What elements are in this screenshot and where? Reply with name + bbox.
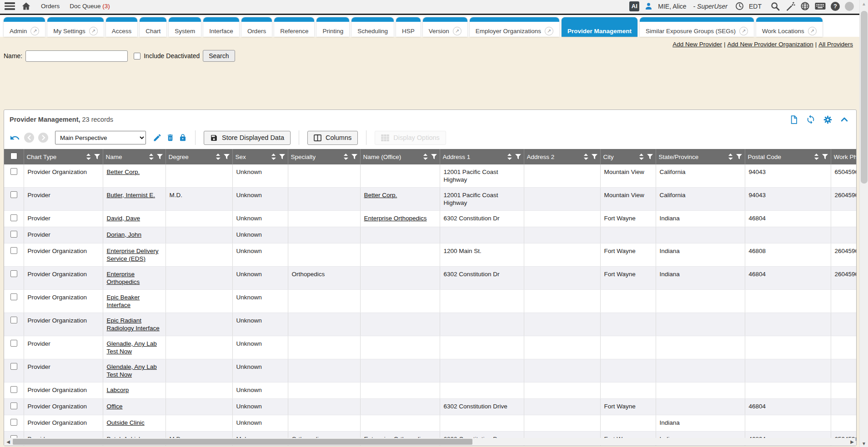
- link-add-new-provider-organization[interactable]: Add New Provider Organization: [728, 41, 813, 48]
- wand-icon[interactable]: [785, 1, 795, 11]
- name-link[interactable]: Enterprise Orthopedics: [107, 271, 140, 285]
- filter-funnel-icon[interactable]: [351, 154, 357, 159]
- undo-icon[interactable]: [10, 133, 20, 143]
- sort-icon[interactable]: [583, 154, 588, 160]
- column-header-name-office[interactable]: Name (Office): [360, 149, 440, 164]
- nav-orders[interactable]: Orders: [41, 3, 60, 10]
- sort-icon[interactable]: [86, 154, 91, 160]
- store-displayed-data-button[interactable]: Store Displayed Data: [204, 131, 291, 145]
- row-checkbox[interactable]: [10, 419, 17, 426]
- lock-icon[interactable]: [179, 133, 187, 142]
- column-header-city[interactable]: City: [600, 149, 656, 164]
- home-icon[interactable]: [21, 1, 31, 11]
- name-input[interactable]: [25, 50, 128, 62]
- name-link[interactable]: Office: [107, 403, 123, 410]
- perspective-select[interactable]: Main Perspective: [55, 131, 146, 144]
- name-link[interactable]: Better Corp.: [107, 169, 140, 175]
- filter-funnel-icon[interactable]: [647, 154, 653, 159]
- row-checkbox[interactable]: [10, 293, 17, 300]
- name-link[interactable]: David, Dave: [107, 215, 140, 222]
- sort-icon[interactable]: [507, 154, 512, 160]
- row-checkbox[interactable]: [10, 168, 17, 175]
- column-header-address-1[interactable]: Address 1: [440, 149, 524, 164]
- tab-system[interactable]: System: [169, 17, 201, 37]
- collapse-panel-icon[interactable]: [840, 115, 849, 124]
- filter-funnel-icon[interactable]: [157, 154, 163, 159]
- sort-icon[interactable]: [423, 154, 428, 160]
- link-all-providers[interactable]: All Providers: [818, 41, 853, 48]
- sort-icon[interactable]: [639, 154, 644, 160]
- select-all-checkbox[interactable]: [10, 153, 17, 159]
- row-checkbox[interactable]: [10, 317, 17, 323]
- row-checkbox[interactable]: [10, 402, 17, 409]
- filter-funnel-icon[interactable]: [224, 154, 230, 159]
- search-button[interactable]: Search: [203, 50, 235, 62]
- column-header-chart-type[interactable]: Chart Type: [24, 149, 103, 164]
- tab-printing[interactable]: Printing: [316, 17, 349, 37]
- sort-icon[interactable]: [271, 154, 276, 160]
- scroll-down-icon[interactable]: ▼: [860, 441, 868, 446]
- nav-doc-queue[interactable]: Doc Queue (3): [70, 3, 110, 10]
- row-checkbox[interactable]: [10, 247, 17, 254]
- name-link[interactable]: Butler, Internist E.: [107, 192, 156, 199]
- row-checkbox[interactable]: [10, 191, 17, 198]
- filter-funnel-icon[interactable]: [822, 154, 828, 159]
- office-link[interactable]: Enterprise Orthopedics: [364, 215, 427, 222]
- column-header-specialty[interactable]: Specialty: [288, 149, 360, 164]
- ai-badge[interactable]: AI: [629, 1, 639, 11]
- filter-funnel-icon[interactable]: [736, 154, 742, 159]
- globe-icon[interactable]: [800, 1, 810, 11]
- tab-scheduling[interactable]: Scheduling: [351, 17, 394, 37]
- tab-provider-management[interactable]: Provider Management: [562, 17, 637, 37]
- column-header-address-2[interactable]: Address 2: [524, 149, 600, 164]
- pencil-icon[interactable]: [153, 133, 162, 142]
- avatar-icon[interactable]: [845, 2, 854, 11]
- row-checkbox[interactable]: [10, 214, 17, 221]
- row-checkbox[interactable]: [10, 340, 17, 347]
- scroll-up-icon[interactable]: ▲: [860, 1, 868, 6]
- filter-funnel-icon[interactable]: [592, 154, 597, 159]
- row-checkbox[interactable]: [10, 363, 17, 370]
- sort-icon[interactable]: [149, 154, 154, 160]
- user-name[interactable]: MIE, Alice: [658, 3, 686, 10]
- gear-icon[interactable]: [823, 115, 833, 124]
- column-header-postal-code[interactable]: Postal Code: [745, 149, 831, 164]
- tab-access[interactable]: Access: [106, 17, 138, 37]
- name-link[interactable]: Epic Beaker Interface: [107, 294, 140, 308]
- scroll-left-icon[interactable]: ◀: [5, 438, 12, 445]
- vertical-scroll-thumb[interactable]: [861, 11, 868, 184]
- name-link[interactable]: Enterprise Delivery Service (EDS): [107, 248, 159, 262]
- sort-icon[interactable]: [728, 154, 733, 160]
- tab-employer-organizations[interactable]: Employer Organizations↗: [470, 17, 559, 37]
- tab-interface[interactable]: Interface: [203, 17, 239, 37]
- name-link[interactable]: Epic Radiant Radiology Interface: [107, 317, 160, 332]
- tab-my-settings[interactable]: My Settings↗: [47, 17, 104, 37]
- sort-icon[interactable]: [814, 154, 819, 160]
- row-checkbox[interactable]: [10, 270, 17, 277]
- tab-orders[interactable]: Orders: [241, 17, 272, 37]
- tab-work-locations[interactable]: Work Locations↗: [756, 17, 823, 37]
- trash-icon[interactable]: [166, 133, 175, 142]
- link-add-new-provider[interactable]: Add New Provider: [672, 41, 722, 48]
- new-document-icon[interactable]: [789, 115, 798, 124]
- tab-similar-exposure-groups-segs[interactable]: Similar Exposure Groups (SEGs)↗: [640, 17, 754, 37]
- horizontal-scrollbar[interactable]: ◀ ▶: [5, 438, 856, 445]
- column-header-degree[interactable]: Degree: [166, 149, 232, 164]
- column-header-name[interactable]: Name: [103, 149, 166, 164]
- tab-chart[interactable]: Chart: [140, 17, 166, 37]
- include-deactivated-checkbox[interactable]: [134, 53, 140, 60]
- keyboard-icon[interactable]: [815, 2, 826, 10]
- hamburger-menu-icon[interactable]: [5, 2, 15, 10]
- name-link[interactable]: Dorian, John: [107, 231, 142, 238]
- column-header-sex[interactable]: Sex: [232, 149, 288, 164]
- vertical-scrollbar[interactable]: ▲ ▼: [859, 0, 868, 447]
- name-link[interactable]: Glendale, Any Lab Test Now: [107, 363, 157, 378]
- row-checkbox[interactable]: [10, 231, 17, 238]
- tab-hsp[interactable]: HSP: [396, 17, 421, 37]
- sort-icon[interactable]: [343, 154, 348, 160]
- filter-funnel-icon[interactable]: [431, 154, 437, 159]
- scroll-right-icon[interactable]: ▶: [848, 438, 856, 445]
- next-icon[interactable]: [38, 133, 48, 143]
- tab-admin[interactable]: Admin↗: [4, 17, 45, 37]
- help-icon[interactable]: ?: [831, 2, 840, 11]
